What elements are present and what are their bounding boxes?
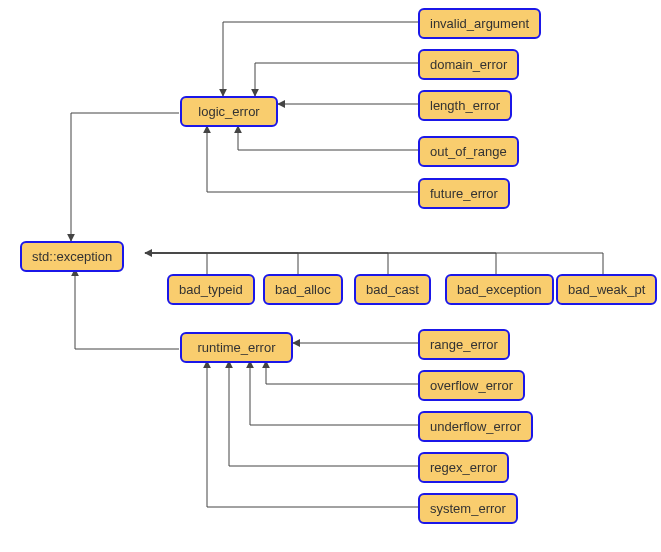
diagram-canvas: std::exception logic_error invalid_argum… [0, 0, 661, 552]
node-std-exception: std::exception [20, 241, 124, 272]
node-underflow-error: underflow_error [418, 411, 533, 442]
node-range-error: range_error [418, 329, 510, 360]
node-invalid-argument: invalid_argument [418, 8, 541, 39]
node-domain-error: domain_error [418, 49, 519, 80]
node-logic-error: logic_error [180, 96, 278, 127]
node-out-of-range: out_of_range [418, 136, 519, 167]
node-length-error: length_error [418, 90, 512, 121]
node-future-error: future_error [418, 178, 510, 209]
node-bad-cast: bad_cast [354, 274, 431, 305]
node-system-error: system_error [418, 493, 518, 524]
node-runtime-error: runtime_error [180, 332, 293, 363]
node-overflow-error: overflow_error [418, 370, 525, 401]
node-bad-weak-pt: bad_weak_pt [556, 274, 657, 305]
node-regex-error: regex_error [418, 452, 509, 483]
node-bad-exception: bad_exception [445, 274, 554, 305]
node-bad-alloc: bad_alloc [263, 274, 343, 305]
node-bad-typeid: bad_typeid [167, 274, 255, 305]
